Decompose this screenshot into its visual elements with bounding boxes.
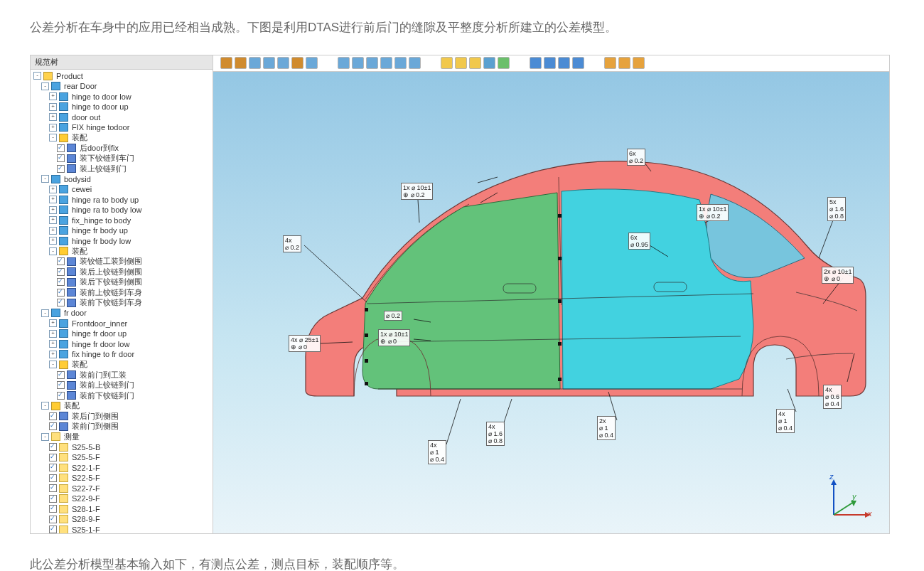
tree-toggle[interactable]: +: [49, 351, 57, 358]
checkbox-icon[interactable]: [57, 268, 65, 276]
checkbox-icon[interactable]: [57, 154, 65, 162]
checkbox-icon[interactable]: [49, 454, 57, 461]
checkbox-icon[interactable]: [49, 443, 57, 451]
toolbar-button[interactable]: [409, 57, 421, 69]
checkbox-icon[interactable]: [49, 412, 57, 420]
toolbar-button[interactable]: [291, 57, 303, 69]
tree-node[interactable]: 装前门到侧围: [33, 422, 211, 432]
toolbar-button[interactable]: [455, 57, 467, 69]
tree-node[interactable]: S22-5-F: [33, 473, 211, 484]
tree-toggle[interactable]: +: [49, 103, 57, 111]
tree-toggle[interactable]: +: [49, 196, 57, 203]
tree-toggle[interactable]: -: [49, 361, 57, 368]
tree-toggle[interactable]: -: [49, 247, 57, 255]
tree-toggle[interactable]: +: [49, 206, 57, 214]
checkbox-icon[interactable]: [49, 495, 57, 503]
tree-node[interactable]: 后door到fix: [33, 143, 211, 154]
tree-toggle[interactable]: -: [41, 82, 49, 90]
tree-node[interactable]: +hinge to door up: [33, 102, 211, 112]
checkbox-icon[interactable]: [49, 505, 57, 513]
tree-toggle[interactable]: +: [49, 237, 57, 245]
tree-toggle[interactable]: -: [33, 72, 41, 80]
tree-toggle[interactable]: -: [41, 175, 49, 183]
checkbox-icon[interactable]: [57, 392, 65, 400]
tree-node[interactable]: -装配: [33, 360, 211, 370]
toolbar-button[interactable]: [249, 57, 261, 69]
tree-node[interactable]: +Frontdoor_inner: [33, 319, 211, 329]
toolbar-button[interactable]: [263, 57, 275, 69]
tree-node[interactable]: S28-1-F: [33, 504, 211, 515]
tree-node[interactable]: +hinge ra to body up: [33, 195, 211, 206]
checkbox-icon[interactable]: [49, 464, 57, 471]
tree-node[interactable]: +door out: [33, 112, 211, 123]
toolbar-button[interactable]: [220, 57, 232, 69]
tree-node[interactable]: 装上铰链到门: [33, 164, 211, 174]
tree-node[interactable]: -装配: [33, 246, 211, 257]
tree-body[interactable]: -Product-rear Door+hinge to door low+hin…: [31, 70, 213, 533]
tree-toggle[interactable]: +: [49, 186, 57, 193]
tree-node[interactable]: +hinge ra to body low: [33, 205, 211, 215]
toolbar-button[interactable]: [604, 57, 616, 69]
tree-toggle[interactable]: +: [49, 319, 57, 327]
tree-node[interactable]: S28-9-F: [33, 514, 211, 525]
tree-toggle[interactable]: +: [49, 124, 57, 132]
tree-toggle[interactable]: +: [49, 227, 57, 235]
toolbar-button[interactable]: [235, 57, 247, 69]
checkbox-icon[interactable]: [57, 257, 65, 265]
toolbar-button[interactable]: [469, 57, 481, 69]
toolbar-button[interactable]: [572, 57, 584, 69]
toolbar-button[interactable]: [394, 57, 407, 69]
tree-node[interactable]: S22-7-F: [33, 484, 211, 494]
tree-node[interactable]: 装后上铰链到侧围: [33, 267, 211, 277]
checkbox-icon[interactable]: [57, 371, 65, 379]
tree-node[interactable]: 装后下铰链到侧围: [33, 277, 211, 288]
tree-node[interactable]: S25-5-B: [33, 442, 211, 453]
tree-node[interactable]: -bodysid: [33, 174, 211, 185]
tree-toggle[interactable]: -: [41, 402, 49, 410]
toolbar-button[interactable]: [277, 57, 289, 69]
toolbar-button[interactable]: [530, 57, 542, 69]
toolbar-button[interactable]: [338, 57, 350, 69]
toolbar-button[interactable]: [352, 57, 364, 69]
checkbox-icon[interactable]: [57, 381, 65, 389]
tree-node[interactable]: -测量: [33, 432, 211, 442]
tree-node[interactable]: S22-1-F: [33, 463, 211, 474]
tree-toggle[interactable]: +: [49, 216, 57, 224]
tree-toggle[interactable]: +: [49, 330, 57, 338]
checkbox-icon[interactable]: [57, 165, 65, 173]
tree-node[interactable]: +hinge fr door up: [33, 329, 211, 339]
toolbar-button[interactable]: [380, 57, 392, 69]
checkbox-icon[interactable]: [49, 422, 57, 430]
checkbox-icon[interactable]: [49, 484, 57, 492]
tree-toggle[interactable]: +: [49, 113, 57, 121]
tree-toggle[interactable]: -: [49, 134, 57, 142]
checkbox-icon[interactable]: [49, 516, 57, 523]
toolbar-button[interactable]: [306, 57, 318, 69]
checkbox-icon[interactable]: [57, 278, 65, 286]
tree-node[interactable]: +hinge fr body low: [33, 236, 211, 247]
tree-node[interactable]: 装前门到工装: [33, 370, 211, 380]
viewport[interactable]: 4x⌀ 0.24x ⌀ 25±1⊕ ⌀ 01x ⌀ 10±1⊕ ⌀ 0.2⌀ 0…: [213, 72, 889, 533]
tree-toggle[interactable]: +: [49, 340, 57, 348]
tree-node[interactable]: -fr door: [33, 308, 211, 319]
tree-node[interactable]: S25-5-F: [33, 452, 211, 463]
checkbox-icon[interactable]: [49, 474, 57, 482]
tree-node[interactable]: +hinge fr body up: [33, 225, 211, 236]
tree-node[interactable]: 装后门到侧围: [33, 411, 211, 422]
toolbar-button[interactable]: [544, 57, 556, 69]
tree-node[interactable]: 装铰链工装到侧围: [33, 257, 211, 267]
tree-node[interactable]: -装配: [33, 401, 211, 412]
checkbox-icon[interactable]: [57, 144, 65, 152]
tree-node[interactable]: +hinge to door low: [33, 92, 211, 102]
toolbar-button[interactable]: [633, 57, 645, 69]
toolbar-button[interactable]: [483, 57, 495, 69]
tree-node[interactable]: S25-1-F: [33, 525, 211, 533]
toolbar-button[interactable]: [498, 57, 510, 69]
toolbar-button[interactable]: [441, 57, 453, 69]
tree-node[interactable]: +fix hinge to fr door: [33, 349, 211, 360]
tree-node[interactable]: +hinge fr door low: [33, 339, 211, 350]
tree-node[interactable]: -装配: [33, 133, 211, 144]
checkbox-icon[interactable]: [57, 289, 65, 297]
tree-toggle[interactable]: +: [49, 92, 57, 100]
tree-toggle[interactable]: -: [41, 309, 49, 317]
